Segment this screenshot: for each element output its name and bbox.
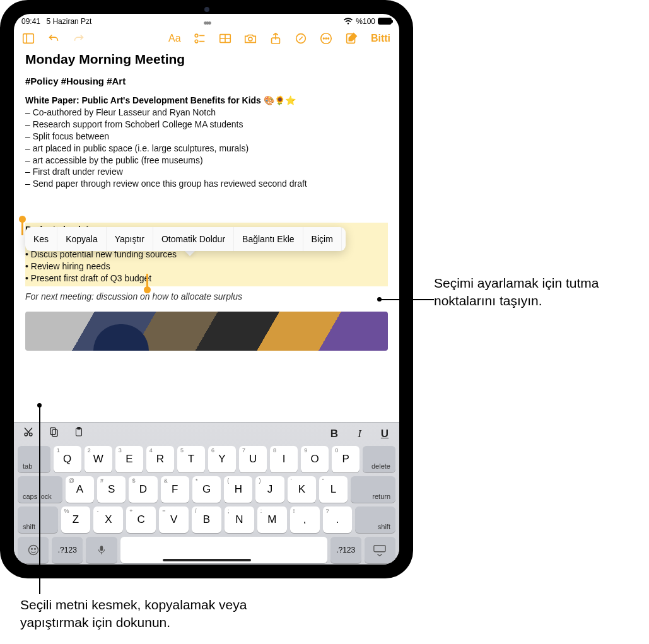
selection-line[interactable]: • Review hiring needs — [25, 261, 388, 272]
menu-paste[interactable]: Yapıştır — [107, 227, 153, 251]
note-italic-line[interactable]: For next meeting: discussion on how to a… — [25, 291, 388, 302]
key-u[interactable]: U7 — [239, 446, 267, 472]
keyboard-row-3: shift Z%X-C+V=B/N;M:,!.? shift — [18, 506, 395, 533]
copy-icon[interactable] — [47, 426, 61, 441]
key-w[interactable]: W2 — [85, 446, 112, 472]
key-n[interactable]: N; — [225, 506, 254, 533]
callout-pointer — [377, 297, 382, 302]
key-g[interactable]: G* — [192, 476, 221, 503]
camera-icon[interactable] — [242, 30, 259, 47]
keyboard-row-2: caps lock A@S#D$F&G*H(J)K'L" return — [18, 476, 395, 503]
menu-autofill[interactable]: Otomatik Doldur — [153, 227, 234, 251]
key-h[interactable]: H( — [224, 476, 252, 503]
key-i[interactable]: I8 — [270, 446, 298, 472]
key-b[interactable]: B/ — [192, 506, 221, 533]
shift-key-left[interactable]: shift — [18, 506, 58, 533]
underline-button[interactable]: U — [378, 428, 392, 440]
note-line[interactable]: – First draft under review — [25, 166, 388, 178]
number-key-left[interactable]: .?123 — [52, 537, 83, 563]
key-y[interactable]: Y6 — [208, 446, 236, 472]
svg-rect-22 — [78, 428, 81, 430]
tab-key[interactable]: tab — [18, 446, 50, 472]
key-,[interactable]: ,! — [290, 506, 320, 533]
key-o[interactable]: O9 — [301, 446, 329, 472]
callout-selection-handles: Seçimi ayarlamak için tutma noktalarını … — [434, 274, 642, 310]
multitask-dots[interactable]: ••• — [204, 17, 210, 30]
key-a[interactable]: A@ — [66, 476, 94, 503]
sidebar-toggle-icon[interactable] — [20, 30, 37, 47]
key-t[interactable]: T5 — [177, 446, 205, 472]
battery-icon — [378, 18, 392, 25]
number-key-right[interactable]: .?123 — [330, 537, 361, 563]
bold-button[interactable]: B — [327, 428, 341, 440]
status-right: %100 — [343, 17, 392, 26]
redo-icon[interactable] — [71, 30, 87, 47]
note-hashtags[interactable]: #Policy #Housing #Art — [25, 76, 388, 86]
return-key[interactable]: return — [351, 476, 395, 503]
key-j[interactable]: J) — [255, 476, 284, 503]
status-time: 09:41 — [21, 17, 40, 26]
key-q[interactable]: Q1 — [54, 446, 81, 472]
selection-handle-end[interactable] — [146, 274, 148, 288]
key-x[interactable]: X- — [93, 506, 123, 533]
key-r[interactable]: R4 — [146, 446, 174, 472]
keyboard: B I U tab Q1W2E3R4T5Y6U7I8O9P0 delete ca… — [14, 422, 399, 565]
context-menu: Kes Kopyala Yapıştır Otomatik Doldur Bağ… — [25, 227, 346, 251]
dismiss-keyboard-key[interactable] — [365, 537, 395, 563]
note-line[interactable]: – art accessible by the public (free mus… — [25, 155, 388, 167]
svg-rect-19 — [50, 428, 56, 435]
selection-handle-start[interactable] — [21, 221, 23, 235]
table-icon[interactable] — [217, 30, 233, 47]
text-format-icon[interactable]: Aa — [167, 30, 183, 47]
key-.[interactable]: .? — [323, 506, 353, 533]
share-icon[interactable] — [267, 30, 284, 47]
delete-key[interactable]: delete — [363, 446, 395, 472]
key-c[interactable]: C+ — [126, 506, 156, 533]
key-l[interactable]: L" — [319, 476, 348, 503]
menu-find-selection[interactable]: Seçimi Bul — [342, 227, 346, 251]
markup-icon[interactable] — [293, 30, 309, 47]
note-title[interactable]: Monday Morning Meeting — [25, 52, 388, 67]
dictation-key[interactable] — [86, 537, 117, 563]
key-f[interactable]: F& — [161, 476, 189, 503]
key-z[interactable]: Z% — [61, 506, 91, 533]
key-k[interactable]: K' — [288, 476, 316, 503]
note-image[interactable] — [25, 312, 388, 351]
screen: 09:41 5 Haziran Pzt ••• %100 — [14, 14, 399, 565]
menu-copy[interactable]: Kopyala — [57, 227, 107, 251]
selection-line[interactable]: • Present first draft of Q3 budget — [25, 272, 388, 284]
home-indicator[interactable] — [163, 559, 251, 561]
note-line[interactable]: – Co-authored by Fleur Lasseur and Ryan … — [25, 107, 388, 119]
menu-format[interactable]: Biçim — [303, 227, 342, 251]
cut-icon[interactable] — [21, 426, 35, 441]
note-subhead[interactable]: White Paper: Public Art's Development Be… — [25, 95, 388, 105]
note-line[interactable]: – Research support from Schoberl College… — [25, 119, 388, 131]
note-body[interactable]: Monday Morning Meeting #Policy #Housing … — [14, 49, 399, 422]
menu-add-link[interactable]: Bağlantı Ekle — [234, 227, 303, 251]
key-e[interactable]: E3 — [115, 446, 143, 472]
emoji-key[interactable] — [18, 537, 49, 563]
key-m[interactable]: M: — [257, 506, 287, 533]
battery-pct: %100 — [356, 17, 375, 26]
paste-icon[interactable] — [72, 426, 86, 441]
note-line[interactable]: – Send paper through review once this gr… — [25, 178, 388, 190]
ipad-frame: 09:41 5 Haziran Pzt ••• %100 — [0, 0, 413, 578]
svg-point-23 — [28, 546, 38, 555]
callout-line — [380, 299, 434, 300]
context-menu-tip — [184, 250, 196, 256]
more-icon[interactable] — [318, 30, 334, 47]
undo-icon[interactable] — [45, 30, 62, 47]
checklist-icon[interactable] — [192, 30, 208, 47]
note-line[interactable]: – art placed in public space (i.e. large… — [25, 143, 388, 155]
key-p[interactable]: P0 — [332, 446, 360, 472]
done-button[interactable]: Bitti — [368, 32, 393, 45]
status-date: 5 Haziran Pzt — [46, 17, 91, 26]
new-note-icon[interactable] — [343, 30, 360, 47]
key-d[interactable]: D$ — [129, 476, 157, 503]
shift-key-right[interactable]: shift — [355, 506, 395, 533]
key-s[interactable]: S# — [97, 476, 126, 503]
key-v[interactable]: V= — [159, 506, 189, 533]
note-line[interactable]: – Split focus between — [25, 131, 388, 143]
menu-cut[interactable]: Kes — [25, 227, 57, 251]
italic-button[interactable]: I — [353, 428, 366, 440]
